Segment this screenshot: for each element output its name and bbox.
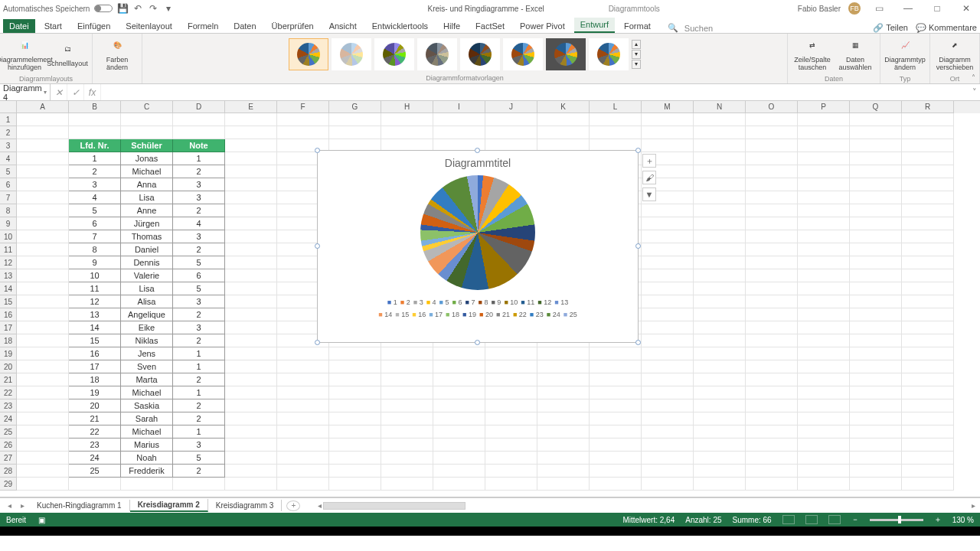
cell[interactable]: 6 <box>69 217 121 230</box>
cell[interactable]: 2 <box>173 334 225 347</box>
row-header[interactable]: 27 <box>0 452 17 465</box>
cell[interactable] <box>902 256 954 269</box>
view-page-layout-icon[interactable] <box>805 515 818 524</box>
cell[interactable] <box>225 243 277 256</box>
legend-item[interactable]: 4 <box>426 296 436 308</box>
zoom-out-icon[interactable]: － <box>851 514 859 525</box>
row-header[interactable]: 2 <box>0 126 17 139</box>
cell[interactable] <box>17 308 69 321</box>
change-chart-type-button[interactable]: 📈 Diagrammtyp ändern <box>885 35 925 73</box>
cell[interactable] <box>694 204 746 217</box>
cell[interactable] <box>694 256 746 269</box>
cell[interactable]: 2 <box>69 165 121 178</box>
cell[interactable] <box>485 360 537 373</box>
chart-style-2[interactable] <box>332 38 371 70</box>
cell[interactable] <box>17 360 69 373</box>
cell[interactable] <box>225 373 277 386</box>
row-header[interactable]: 23 <box>0 399 17 412</box>
cell[interactable] <box>17 178 69 191</box>
legend-item[interactable]: 3 <box>413 296 423 308</box>
cell[interactable] <box>902 269 954 282</box>
cell[interactable] <box>694 347 746 360</box>
column-header[interactable]: B <box>69 101 121 113</box>
cell[interactable] <box>642 465 694 478</box>
cell[interactable]: Marta <box>121 373 173 386</box>
row-header[interactable]: 24 <box>0 412 17 425</box>
row-header[interactable]: 1 <box>0 113 17 126</box>
cell[interactable] <box>642 373 694 386</box>
cell[interactable] <box>902 178 954 191</box>
cell[interactable] <box>798 113 850 126</box>
cell[interactable] <box>746 308 798 321</box>
cell[interactable] <box>277 360 329 373</box>
cell[interactable]: Lisa <box>121 191 173 204</box>
row-header[interactable]: 26 <box>0 439 17 452</box>
cell[interactable] <box>329 452 381 465</box>
cell[interactable] <box>850 204 902 217</box>
cell[interactable]: Sven <box>121 360 173 373</box>
cell[interactable] <box>381 386 433 399</box>
column-header[interactable]: Q <box>850 101 902 113</box>
cell[interactable] <box>850 386 902 399</box>
cell[interactable] <box>433 478 485 491</box>
zoom-slider[interactable] <box>870 519 923 521</box>
legend-item[interactable]: 11 <box>521 296 534 308</box>
cell[interactable] <box>746 321 798 334</box>
cell[interactable] <box>277 439 329 452</box>
row-header[interactable]: 7 <box>0 191 17 204</box>
cell[interactable]: 1 <box>173 386 225 399</box>
cell[interactable] <box>746 373 798 386</box>
cell[interactable] <box>746 295 798 308</box>
cell[interactable] <box>433 373 485 386</box>
cell[interactable] <box>902 465 954 478</box>
horizontal-scrollbar[interactable]: ◂ ▸ <box>315 501 977 510</box>
cell[interactable] <box>225 165 277 178</box>
cell[interactable] <box>225 295 277 308</box>
cell[interactable] <box>746 412 798 425</box>
cell[interactable] <box>329 425 381 439</box>
cell[interactable] <box>642 217 694 230</box>
row-header[interactable]: 14 <box>0 282 17 295</box>
legend-item[interactable]: 21 <box>496 308 510 321</box>
cell[interactable] <box>746 465 798 478</box>
cell[interactable] <box>381 113 433 126</box>
cell[interactable] <box>17 425 69 439</box>
name-box[interactable]: Diagramm 4▾ <box>0 84 51 100</box>
cell[interactable] <box>850 243 902 256</box>
cell[interactable] <box>902 308 954 321</box>
cell[interactable] <box>537 425 590 439</box>
resize-handle[interactable] <box>315 243 320 249</box>
cell[interactable] <box>902 399 954 412</box>
cell[interactable] <box>902 243 954 256</box>
cell[interactable] <box>225 439 277 452</box>
cell[interactable] <box>121 126 173 139</box>
cell[interactable] <box>798 399 850 412</box>
cell[interactable] <box>485 113 537 126</box>
cell[interactable] <box>225 478 277 491</box>
cell[interactable] <box>69 113 121 126</box>
cell[interactable]: 3 <box>173 439 225 452</box>
cell[interactable] <box>590 452 642 465</box>
sheet-tab-2[interactable]: Kreisdiagramm 2 <box>130 499 208 512</box>
cell[interactable] <box>17 243 69 256</box>
cell[interactable] <box>902 452 954 465</box>
cell[interactable]: 12 <box>69 295 121 308</box>
cell[interactable] <box>902 191 954 204</box>
cell[interactable] <box>173 478 225 491</box>
cell[interactable] <box>537 399 590 412</box>
switch-row-column-button[interactable]: ⇄ Zeile/Spalte tauschen <box>792 35 832 73</box>
cell[interactable] <box>537 386 590 399</box>
cell[interactable] <box>590 412 642 425</box>
legend-item[interactable]: 25 <box>564 308 577 321</box>
tab-factset[interactable]: FactSet <box>469 19 511 33</box>
cell[interactable] <box>746 152 798 165</box>
cell[interactable] <box>381 465 433 478</box>
row-header[interactable]: 3 <box>0 139 17 152</box>
cell[interactable] <box>902 113 954 126</box>
row-header[interactable]: 13 <box>0 269 17 282</box>
cell[interactable]: 14 <box>69 321 121 334</box>
cell[interactable] <box>798 282 850 295</box>
close-icon[interactable]: ✕ <box>956 3 977 14</box>
cell[interactable] <box>225 425 277 439</box>
legend-item[interactable]: 15 <box>395 308 409 321</box>
